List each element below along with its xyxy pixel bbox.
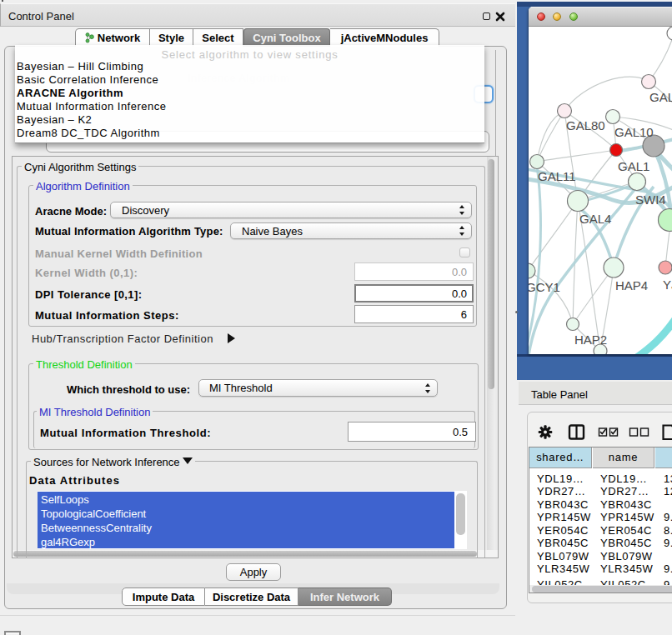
svg-text:HAP2: HAP2 — [574, 332, 607, 347]
svg-text:GAL1: GAL1 — [618, 159, 649, 173]
svg-text:HAP4: HAP4 — [615, 278, 648, 292]
svg-text:GAL80: GAL80 — [566, 118, 605, 132]
svg-text:GAL11: GAL11 — [538, 169, 576, 183]
svg-text:GAL2: GAL2 — [649, 90, 672, 104]
svg-text:GAL10: GAL10 — [614, 125, 654, 139]
svg-text:GCY1: GCY1 — [529, 280, 560, 294]
svg-text:GAL4: GAL4 — [579, 212, 611, 226]
svg-text:YJ: YJ — [663, 278, 672, 292]
svg-text:SWI4: SWI4 — [635, 192, 666, 207]
